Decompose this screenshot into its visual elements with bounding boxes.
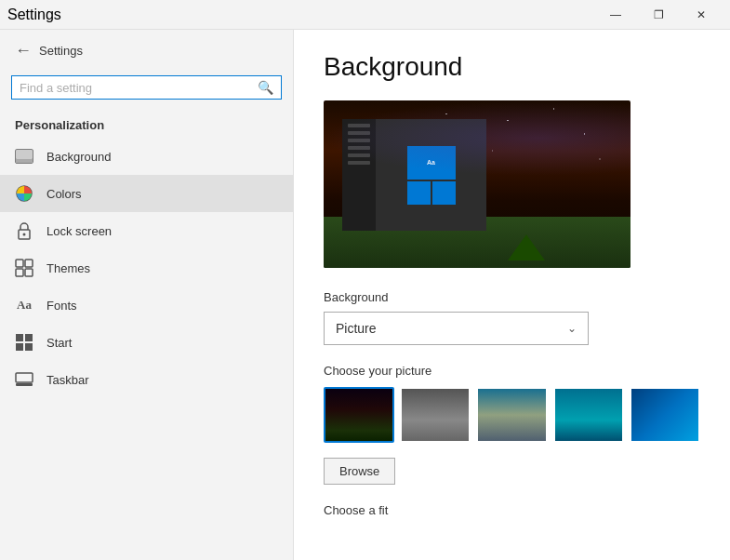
lock-screen-icon (15, 221, 33, 240)
preview-tile-aa: Aa (407, 146, 456, 180)
preview-tile-row-2 (407, 181, 456, 205)
sidebar-item-start[interactable]: Start (0, 324, 293, 361)
picture-thumb-3[interactable] (476, 387, 547, 443)
svg-rect-2 (16, 159, 33, 163)
sidebar-item-taskbar-label: Taskbar (46, 373, 89, 387)
preview-sidebar-bar-5 (348, 153, 370, 157)
svg-rect-11 (25, 334, 33, 341)
background-icon (15, 147, 33, 166)
maximize-button[interactable]: ❐ (637, 0, 680, 30)
section-label: Personalization (0, 107, 293, 138)
svg-rect-6 (16, 260, 23, 267)
svg-rect-13 (25, 343, 33, 351)
browse-button[interactable]: Browse (324, 458, 395, 485)
svg-rect-7 (25, 260, 33, 267)
background-dropdown[interactable]: Picture ⌄ (324, 312, 589, 345)
picture-thumb-2[interactable] (400, 387, 471, 443)
colors-icon (15, 184, 33, 203)
close-button[interactable]: ✕ (680, 0, 723, 30)
main-content: Background (294, 30, 730, 560)
choose-picture-label: Choose your picture (324, 364, 700, 378)
picture-thumb-4[interactable] (553, 387, 624, 443)
preview-tent-body (508, 234, 545, 260)
picture-thumb-5[interactable] (630, 387, 700, 443)
background-section-label: Background (324, 290, 700, 304)
sidebar-item-start-label: Start (46, 336, 72, 350)
preview-sidebar-bar-4 (348, 146, 370, 150)
sidebar-back[interactable]: ← Settings (0, 33, 293, 68)
sidebar-item-lock-screen[interactable]: Lock screen (0, 212, 293, 249)
svg-point-5 (23, 233, 26, 236)
preview-sidebar-bar-1 (348, 124, 370, 127)
preview-ui: Aa (342, 119, 486, 231)
thumb-3-preview (478, 389, 545, 441)
svg-rect-10 (16, 334, 23, 341)
thumb-2-preview (402, 389, 469, 441)
sidebar-item-themes-label: Themes (46, 261, 90, 275)
taskbar-icon (15, 370, 33, 389)
start-icon (15, 333, 33, 352)
themes-icon (15, 259, 33, 277)
sidebar-item-taskbar[interactable]: Taskbar (0, 361, 293, 398)
sidebar-item-colors[interactable]: Colors (0, 175, 293, 212)
svg-rect-15 (16, 383, 33, 386)
thumb-5-preview (631, 389, 698, 441)
preview-tile-container: Aa (407, 146, 456, 205)
title-bar: Settings — ❐ ✕ (0, 0, 730, 30)
app-body: ← Settings 🔍 Personalization Background (0, 30, 730, 560)
preview-tile-small-2 (432, 181, 456, 205)
sidebar-back-label: Settings (39, 44, 83, 58)
search-input[interactable] (20, 81, 252, 95)
page-title: Background (324, 52, 700, 82)
sidebar-item-colors-label: Colors (46, 187, 82, 201)
title-bar-left: Settings (7, 7, 61, 23)
svg-rect-8 (16, 269, 23, 276)
sidebar: ← Settings 🔍 Personalization Background (0, 30, 294, 560)
sidebar-item-background[interactable]: Background (0, 138, 293, 175)
title-bar-title: Settings (7, 7, 61, 23)
preview-sidebar-bar-3 (348, 139, 370, 142)
search-icon: 🔍 (258, 80, 273, 95)
sidebar-search[interactable]: 🔍 (11, 75, 282, 100)
preview-tile-small-1 (407, 181, 431, 205)
preview-sidebar-bar-6 (348, 161, 370, 165)
preview-ui-main: Aa (376, 119, 486, 231)
fonts-icon: Aa (15, 296, 33, 314)
minimize-button[interactable]: — (594, 0, 637, 30)
svg-rect-14 (16, 373, 33, 382)
picture-thumb-1[interactable] (324, 387, 394, 443)
title-bar-controls: — ❐ ✕ (594, 0, 723, 30)
sidebar-item-lock-screen-label: Lock screen (46, 224, 112, 238)
choose-fit-label: Choose a fit (324, 503, 700, 517)
svg-rect-9 (25, 269, 33, 276)
sidebar-item-background-label: Background (46, 150, 111, 164)
sidebar-item-themes[interactable]: Themes (0, 249, 293, 287)
preview-tile-row-1: Aa (407, 146, 456, 180)
preview-ui-sidebar (342, 119, 376, 231)
preview-tent (508, 234, 545, 260)
back-arrow-icon: ← (15, 41, 32, 60)
picture-grid (324, 387, 700, 443)
chevron-down-icon: ⌄ (567, 322, 577, 335)
preview-sidebar-bar-2 (348, 131, 370, 135)
dropdown-value: Picture (336, 321, 377, 336)
sidebar-item-fonts-label: Fonts (46, 299, 77, 313)
sidebar-item-fonts[interactable]: Aa Fonts (0, 287, 293, 324)
svg-rect-1 (16, 150, 33, 159)
thumb-1-preview (325, 389, 392, 441)
svg-rect-12 (16, 343, 23, 351)
background-preview: Aa (324, 100, 630, 268)
thumb-4-preview (555, 389, 622, 441)
